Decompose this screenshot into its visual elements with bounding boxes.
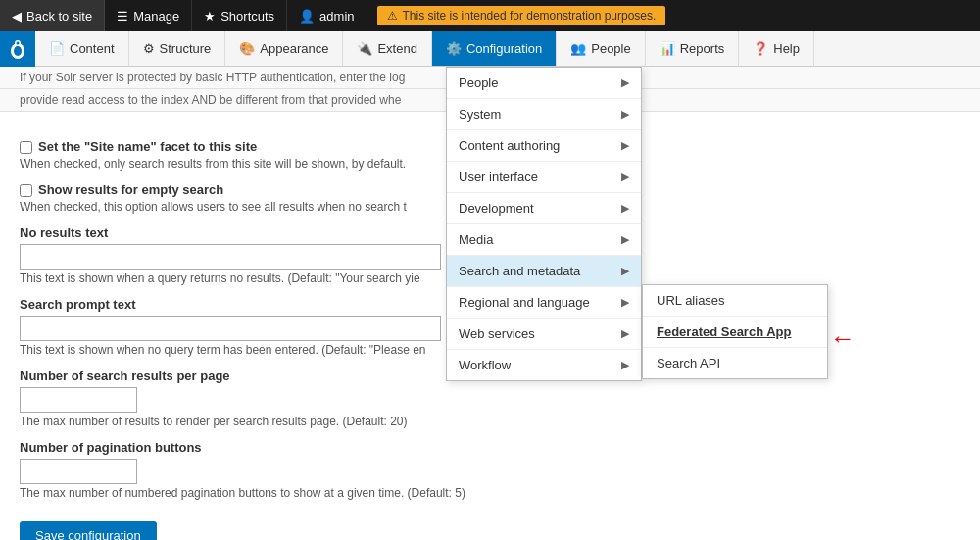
content-icon: 📄 (49, 41, 65, 56)
structure-icon: ⚙ (143, 41, 155, 56)
extend-icon: 🔌 (357, 41, 372, 56)
red-arrow-indicator: ← (830, 325, 856, 351)
nav-content[interactable]: 📄 Content (35, 31, 129, 66)
main-nav: 📄 Content ⚙ Structure 🎨 Appearance 🔌 Ext… (0, 31, 980, 67)
menu-item-web-services[interactable]: Web services ▶ (447, 319, 641, 350)
site-name-facet-checkbox[interactable] (20, 141, 32, 154)
nav-structure[interactable]: ⚙ Structure (129, 31, 226, 66)
reports-icon: 📊 (660, 41, 675, 56)
results-per-page-desc: The max number of results to render per … (20, 415, 960, 428)
drupal-logo[interactable] (0, 31, 35, 67)
menu-item-regional-language[interactable]: Regional and language ▶ (447, 287, 641, 319)
submenu-federated-search-app[interactable]: Federated Search App (643, 317, 827, 348)
help-icon: ❓ (753, 41, 768, 56)
appearance-icon: 🎨 (239, 41, 255, 56)
chevron-right-icon: ▶ (621, 76, 629, 89)
nav-people[interactable]: 👥 People (557, 31, 645, 66)
search-metadata-submenu: URL aliases Federated Search App Search … (642, 284, 828, 379)
chevron-right-icon: ▶ (621, 296, 629, 309)
nav-extend[interactable]: 🔌 Extend (343, 31, 431, 66)
save-configuration-button[interactable]: Save configuration (20, 521, 157, 540)
chevron-right-icon: ▶ (621, 171, 629, 183)
menu-item-content-authoring[interactable]: Content authoring ▶ (447, 130, 641, 162)
search-prompt-input[interactable] (20, 316, 441, 341)
admin-user-button[interactable]: 👤 admin (287, 0, 367, 31)
results-per-page-input[interactable] (20, 387, 137, 413)
menu-item-user-interface[interactable]: User interface ▶ (447, 162, 641, 193)
back-to-site-button[interactable]: ◀ Back to site (0, 0, 105, 31)
chevron-right-icon: ▶ (621, 139, 629, 152)
submenu-search-api[interactable]: Search API (643, 348, 827, 378)
no-results-input[interactable] (20, 244, 441, 270)
menu-item-media[interactable]: Media ▶ (447, 224, 641, 256)
star-icon: ★ (204, 9, 216, 24)
menu-item-search-metadata[interactable]: Search and metadata ▶ (447, 256, 641, 287)
svg-point-1 (14, 46, 22, 56)
user-icon: 👤 (299, 9, 315, 24)
config-icon: ⚙️ (446, 41, 462, 56)
chevron-right-icon: ▶ (621, 202, 629, 215)
configuration-dropdown: People ▶ System ▶ Content authoring ▶ Us… (446, 67, 642, 381)
pagination-buttons-desc: The max number of numbered pagination bu… (20, 486, 960, 500)
menu-item-workflow[interactable]: Workflow ▶ (447, 350, 641, 380)
manage-icon: ☰ (117, 9, 128, 24)
nav-appearance[interactable]: 🎨 Appearance (225, 31, 343, 66)
people-icon: 👥 (570, 41, 586, 56)
chevron-right-icon: ▶ (621, 265, 629, 277)
pagination-buttons-input[interactable] (20, 459, 137, 484)
manage-button[interactable]: ☰ Manage (105, 0, 192, 31)
warning-icon: ⚠ (387, 9, 398, 23)
demo-notice: ⚠ This site is intended for demonstratio… (377, 6, 666, 25)
chevron-right-icon: ▶ (621, 327, 629, 340)
nav-reports[interactable]: 📊 Reports (646, 31, 740, 66)
submenu-url-aliases[interactable]: URL aliases (643, 285, 827, 317)
config-menu: People ▶ System ▶ Content authoring ▶ Us… (446, 67, 642, 381)
chevron-right-icon: ▶ (621, 233, 629, 246)
nav-configuration[interactable]: ⚙️ Configuration (432, 31, 557, 66)
menu-item-system[interactable]: System ▶ (447, 99, 641, 130)
svg-point-3 (17, 42, 20, 45)
shortcuts-button[interactable]: ★ Shortcuts (192, 0, 287, 31)
pagination-buttons-label: Number of pagination buttons (20, 440, 960, 455)
pagination-buttons-group: Number of pagination buttons The max num… (20, 440, 960, 500)
chevron-right-icon: ▶ (621, 359, 629, 371)
chevron-right-icon: ▶ (621, 108, 629, 121)
menu-item-development[interactable]: Development ▶ (447, 193, 641, 224)
empty-search-checkbox[interactable] (20, 184, 32, 197)
menu-item-people[interactable]: People ▶ (447, 68, 641, 99)
back-icon: ◀ (12, 9, 22, 24)
admin-bar: ◀ Back to site ☰ Manage ★ Shortcuts 👤 ad… (0, 0, 980, 31)
nav-help[interactable]: ❓ Help (739, 31, 814, 66)
